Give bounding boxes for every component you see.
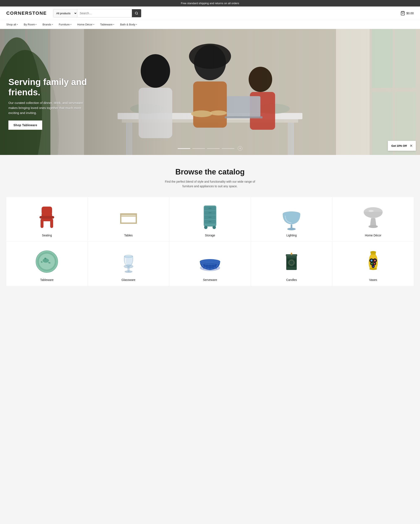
chevron-down-icon: ▾ xyxy=(17,23,18,26)
slider-dot-1[interactable] xyxy=(178,148,190,149)
svg-rect-53 xyxy=(209,208,211,209)
category-label-home-decor: Home Décor xyxy=(365,234,381,237)
svg-point-104 xyxy=(375,260,376,261)
nav-item-shop-all[interactable]: Shop all ▾ xyxy=(6,23,18,26)
svg-point-81 xyxy=(200,259,220,263)
category-label-tableware: Tableware xyxy=(40,278,53,281)
search-button[interactable] xyxy=(132,9,141,17)
category-label-vases: Vases xyxy=(369,278,377,281)
svg-rect-42 xyxy=(42,207,52,215)
shop-tableware-button[interactable]: Shop Tableware xyxy=(9,121,42,130)
svg-rect-40 xyxy=(41,218,44,228)
svg-point-105 xyxy=(369,268,377,270)
category-card-serveware[interactable]: Serveware xyxy=(169,242,251,286)
pause-icon: ⏸ xyxy=(239,147,241,149)
hero-subtitle: Our curated collection of dinner, drink,… xyxy=(9,100,88,115)
cart-icon xyxy=(401,11,405,16)
category-label-storage: Storage xyxy=(205,234,215,237)
svg-point-63 xyxy=(368,225,378,228)
cart-price: $0.00 xyxy=(406,12,414,15)
category-card-glassware[interactable]: Glassware xyxy=(88,242,169,286)
category-card-tables[interactable]: Tables xyxy=(88,197,169,241)
svg-point-89 xyxy=(288,259,295,266)
tableware-illustration xyxy=(34,249,60,274)
nav-item-furniture[interactable]: Furniture ▾ xyxy=(59,23,71,26)
svg-point-101 xyxy=(374,263,375,264)
category-card-candles[interactable]: CANDLE Candles xyxy=(251,242,332,286)
category-card-storage[interactable]: Storage xyxy=(169,197,251,241)
hero-title: Serving family and friends. xyxy=(9,77,114,97)
cart-area[interactable]: $0.00 xyxy=(401,11,414,16)
svg-line-1 xyxy=(137,14,138,15)
slider-controls: ⏸ xyxy=(178,146,242,151)
seating-illustration xyxy=(35,204,58,230)
catalog-subtitle: Find the perfect blend of style and func… xyxy=(164,179,256,189)
promo-close-button[interactable]: ✕ xyxy=(410,144,412,148)
lighting-illustration xyxy=(281,203,302,231)
svg-point-103 xyxy=(371,260,372,261)
chevron-down-icon: ▾ xyxy=(70,23,71,26)
header: CORNERSTONE All productsSeatingTablesSto… xyxy=(0,7,420,20)
category-card-lighting[interactable]: Lighting xyxy=(251,197,332,241)
svg-rect-56 xyxy=(209,221,211,222)
category-image-home-decor xyxy=(359,203,387,231)
category-grid-row1: Seating Tables xyxy=(6,197,414,241)
logo[interactable]: CORNERSTONE xyxy=(6,10,47,16)
category-image-vases xyxy=(359,248,387,275)
category-label-seating: Seating xyxy=(42,234,52,237)
svg-point-102 xyxy=(372,266,374,267)
search-input[interactable] xyxy=(77,9,132,17)
chevron-down-icon: ▾ xyxy=(52,23,53,26)
nav-item-bath-body[interactable]: Bath & Body ▾ xyxy=(120,23,137,26)
search-icon xyxy=(135,12,138,15)
category-image-serveware xyxy=(196,248,224,275)
svg-rect-88 xyxy=(291,254,292,255)
category-label-tables: Tables xyxy=(124,234,132,237)
category-card-tableware[interactable]: Tableware xyxy=(6,242,87,286)
slider-dot-2[interactable] xyxy=(192,148,205,149)
chevron-down-icon: ▾ xyxy=(113,23,114,26)
category-grid-row2: Tableware Glas xyxy=(6,242,414,286)
category-label-serveware: Serveware xyxy=(203,278,217,281)
chevron-down-icon: ▾ xyxy=(35,23,36,26)
svg-point-72 xyxy=(125,271,132,273)
category-card-home-decor[interactable]: Home Décor xyxy=(333,197,414,241)
promo-popup: Get 10% Off ✕ xyxy=(388,141,416,151)
slider-dot-3[interactable] xyxy=(207,148,220,149)
svg-point-73 xyxy=(124,255,133,258)
announcement-bar: Free standard shipping and returns on al… xyxy=(0,0,420,7)
category-image-glassware xyxy=(115,248,142,275)
nav-item-brands[interactable]: Brands ▾ xyxy=(43,23,53,26)
chevron-down-icon: ▾ xyxy=(136,23,137,26)
svg-point-100 xyxy=(371,263,373,264)
category-label-candles: Candles xyxy=(286,278,297,281)
promo-label: Get 10% Off xyxy=(391,144,407,147)
serveware-illustration xyxy=(197,250,223,273)
pause-button[interactable]: ⏸ xyxy=(238,146,242,151)
category-label-lighting: Lighting xyxy=(286,234,297,237)
category-image-candles: CANDLE xyxy=(278,248,305,275)
svg-rect-39 xyxy=(39,216,54,218)
nav-item-home-decor[interactable]: Home Décor ▾ xyxy=(77,23,94,26)
nav-item-tableware[interactable]: Tableware ▾ xyxy=(100,23,114,26)
svg-point-58 xyxy=(212,226,216,229)
svg-point-61 xyxy=(287,228,296,230)
category-card-seating[interactable]: Seating xyxy=(6,197,87,241)
announcement-text: Free standard shipping and returns on al… xyxy=(181,2,239,5)
svg-rect-43 xyxy=(120,213,137,215)
storage-illustration xyxy=(198,203,222,231)
slider-dot-4[interactable] xyxy=(222,148,234,149)
svg-point-64 xyxy=(368,210,374,212)
nav-item-by-room[interactable]: By Room ▾ xyxy=(24,23,36,26)
svg-rect-46 xyxy=(120,223,137,224)
search-category-select[interactable]: All productsSeatingTablesStorageLighting… xyxy=(53,9,77,17)
catalog-title: Browse the catalog xyxy=(6,167,414,176)
svg-point-0 xyxy=(135,12,138,14)
category-card-vases[interactable]: Vases xyxy=(333,242,414,286)
glassware-illustration xyxy=(118,248,139,275)
search-area: All productsSeatingTablesStorageLighting… xyxy=(53,9,141,17)
category-image-lighting xyxy=(278,203,305,231)
tables-illustration xyxy=(116,204,141,230)
svg-rect-41 xyxy=(50,218,53,228)
category-image-seating xyxy=(33,203,61,231)
